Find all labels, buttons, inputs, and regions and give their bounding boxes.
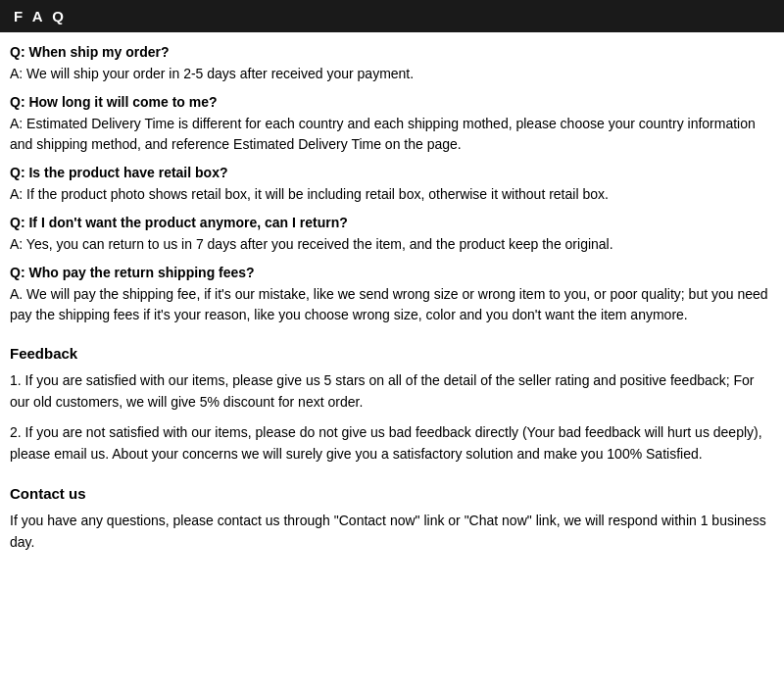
faq-answer-3: A: Yes, you can return to us in 7 days a…: [10, 234, 774, 255]
feedback-item-1: 2. If you are not satisfied with our ite…: [10, 421, 774, 466]
faq-answer-2: A: If the product photo shows retail box…: [10, 184, 774, 205]
faq-question-3: Q: If I don't want the product anymore, …: [10, 215, 774, 230]
main-content: Q: When ship my order?A: We will ship yo…: [0, 44, 784, 553]
faq-answer-1: A: Estimated Delivery Time is different …: [10, 114, 774, 155]
faq-question-2: Q: Is the product have retail box?: [10, 165, 774, 180]
feedback-title: Feedback: [10, 345, 774, 362]
faq-answer-4: A. We will pay the shipping fee, if it's…: [10, 284, 774, 325]
faq-answer-0: A: We will ship your order in 2-5 days a…: [10, 64, 774, 84]
feedback-item-0: 1. If you are satisfied with our items, …: [10, 369, 774, 414]
faq-header-bar: F A Q: [0, 0, 784, 32]
contact-title: Contact us: [10, 485, 774, 502]
faq-question-0: Q: When ship my order?: [10, 44, 774, 60]
feedback-section: Feedback 1. If you are satisfied with ou…: [10, 345, 774, 466]
faq-title: F A Q: [14, 8, 67, 24]
feedback-items: 1. If you are satisfied with our items, …: [10, 369, 774, 466]
faq-question-4: Q: Who pay the return shipping fees?: [10, 265, 774, 280]
faq-list: Q: When ship my order?A: We will ship yo…: [10, 44, 774, 325]
contact-section: Contact us If you have any questions, pl…: [10, 485, 774, 554]
faq-question-1: Q: How long it will come to me?: [10, 94, 774, 110]
contact-text: If you have any questions, please contac…: [10, 510, 774, 554]
